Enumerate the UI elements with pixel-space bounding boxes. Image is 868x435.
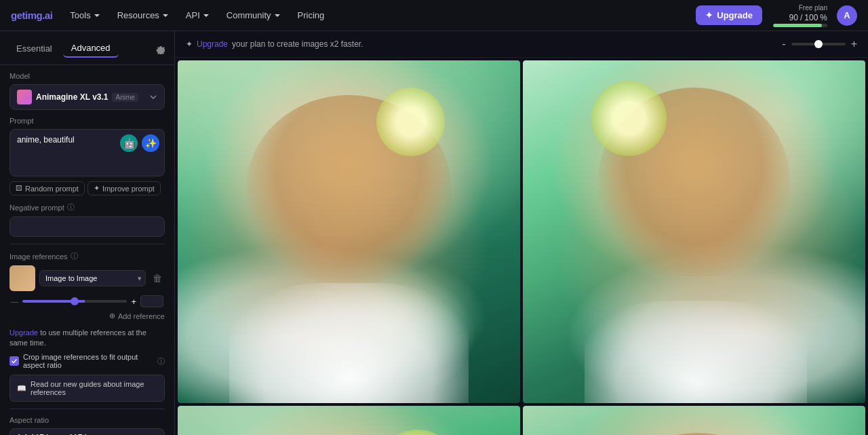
- plan-bar: Free plan 90 / 100 %: [773, 4, 827, 27]
- dice-icon: ⚄: [16, 184, 22, 193]
- settings-icon[interactable]: [155, 43, 166, 54]
- image-grid: [175, 58, 868, 435]
- neg-prompt-info-icon: ⓘ: [67, 202, 75, 212]
- prompt-icon-blue[interactable]: ✨: [142, 134, 159, 152]
- chevron-down-icon: [149, 93, 157, 101]
- sidebar: Essential Advanced Model Animagine XL v3…: [0, 31, 175, 435]
- logo: getimg.ai: [11, 10, 52, 21]
- image-cell-1[interactable]: [178, 60, 520, 403]
- guide-button[interactable]: 📖 Read our new guides about image refere…: [9, 375, 165, 402]
- plus-icon: ⊕: [109, 311, 115, 320]
- aspect-ratio-select[interactable]: 1:1 1174 px × 1174px 16:9 9:16 4:3 3:4: [9, 428, 165, 435]
- crop-info-icon: ⓘ: [157, 356, 165, 366]
- nav-api[interactable]: API: [179, 6, 217, 24]
- upgrade-link[interactable]: Upgrade: [9, 328, 38, 337]
- avatar[interactable]: A: [837, 5, 857, 26]
- chevron-down-icon: [161, 12, 170, 20]
- model-selector[interactable]: Animagine XL v3.1 Anime: [9, 84, 165, 110]
- random-prompt-button[interactable]: ⚄ Random prompt: [9, 181, 85, 195]
- ref-strength-slider[interactable]: [22, 300, 127, 303]
- banner-upgrade-link[interactable]: Upgrade: [197, 39, 228, 49]
- banner-text-prefix: ✦: [186, 39, 193, 49]
- upgrade-banner: ✦ Upgrade your plan to create images x2 …: [175, 31, 868, 58]
- ref-thumbnail[interactable]: [9, 265, 35, 291]
- crop-checkbox-row: Crop image references to fit output aspe…: [9, 353, 165, 369]
- image-cell-2[interactable]: [523, 60, 865, 403]
- banner-text-suffix: your plan to create images x2 faster.: [232, 39, 363, 49]
- image-cell-3[interactable]: [178, 406, 520, 435]
- credits-progress-bar: [773, 24, 827, 27]
- nav-resources[interactable]: Resources: [111, 6, 176, 24]
- zoom-controls: - +: [782, 38, 857, 50]
- ref-type-select[interactable]: Image to Image Style transfer Structure: [39, 270, 146, 286]
- improve-prompt-button[interactable]: ✦ Improve prompt: [87, 181, 161, 195]
- navbar: getimg.ai Tools Resources API Community …: [0, 0, 868, 31]
- main-content: ✦ Upgrade your plan to create images x2 …: [175, 31, 868, 435]
- zoom-in-button[interactable]: +: [851, 38, 857, 50]
- tab-essential[interactable]: Essential: [8, 40, 60, 57]
- crop-checkbox[interactable]: [9, 356, 19, 366]
- model-section: Model Animagine XL v3.1 Anime: [0, 65, 174, 117]
- image-ref-info-icon: ⓘ: [71, 251, 78, 261]
- book-icon: 📖: [17, 384, 26, 393]
- ref-strength-value[interactable]: 50: [140, 295, 163, 307]
- image-references-section: Image references ⓘ Image to Image Style …: [0, 244, 174, 409]
- plan-info: Free plan 90 / 100 %: [773, 4, 827, 27]
- neg-prompt-input[interactable]: Disfigured, cartoon, blurry, nude: [9, 216, 165, 237]
- chevron-down-icon: [273, 12, 281, 20]
- upgrade-ref-note: Upgrade to use multiple references at th…: [9, 327, 165, 347]
- zoom-slider[interactable]: [791, 43, 846, 45]
- model-icon: [17, 90, 32, 105]
- nav-community[interactable]: Community: [220, 6, 288, 24]
- nav-tools[interactable]: Tools: [63, 6, 107, 24]
- sparkle-icon: ✦: [94, 184, 100, 193]
- tab-advanced[interactable]: Advanced: [63, 39, 119, 58]
- ref-type-selector: Image to Image Style transfer Structure: [39, 270, 146, 286]
- aspect-select-wrapper: 1:1 1174 px × 1174px 16:9 9:16 4:3 3:4: [9, 428, 165, 435]
- main-layout: Essential Advanced Model Animagine XL v3…: [0, 31, 868, 435]
- aspect-ratio-section: Aspect ratio 1:1 1174 px × 1174px 16:9 9…: [0, 409, 174, 435]
- reference-row: Image to Image Style transfer Structure …: [9, 265, 165, 291]
- chevron-down-icon: [202, 12, 210, 20]
- image-cell-4[interactable]: [523, 406, 865, 435]
- prompt-tools: ⚄ Random prompt ✦ Improve prompt: [9, 181, 165, 195]
- neg-prompt-section: Negative prompt ⓘ Disfigured, cartoon, b…: [0, 202, 174, 244]
- ref-slider-row: — + 50: [9, 295, 165, 307]
- credits-progress-fill: [773, 24, 822, 27]
- zoom-out-button[interactable]: -: [782, 38, 785, 50]
- upgrade-button[interactable]: ✦ Upgrade: [696, 5, 762, 25]
- prompt-section: Prompt anime, beautiful 🤖 ✨ ⚄ Random pro…: [0, 117, 174, 202]
- tab-row: Essential Advanced: [0, 39, 174, 65]
- add-reference-button[interactable]: ⊕ Add reference: [109, 310, 165, 322]
- chevron-down-icon: [93, 12, 101, 20]
- sparkle-icon: ✦: [705, 10, 713, 20]
- ref-delete-button[interactable]: 🗑: [150, 271, 165, 285]
- nav-pricing[interactable]: Pricing: [291, 6, 332, 24]
- prompt-icon-teal[interactable]: 🤖: [120, 134, 138, 152]
